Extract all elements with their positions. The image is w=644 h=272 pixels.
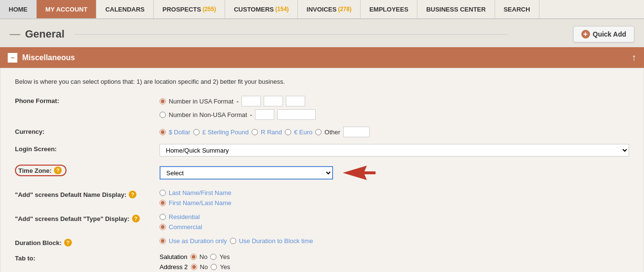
nav-employees[interactable]: EMPLOYEES [361,0,417,18]
nav-my-account[interactable]: MY ACCOUNT [37,0,96,18]
quick-add-button[interactable]: + Quick Add [573,26,635,42]
section-header: − Miscellaneous ↑ [0,47,644,68]
tab-salutation-text: Salutation [160,253,188,260]
currency-euro-radio[interactable] [285,129,291,135]
timezone-label-text: Time Zone: [18,167,52,174]
add-screens-name-row: "Add" screens Default Name Display: ? La… [15,189,629,207]
salutation-no-label: No [200,253,208,260]
timezone-select[interactable]: Select [160,166,333,180]
nav-calendars[interactable]: CALENDARS [96,0,154,18]
section-header-left: − Miscellaneous [8,53,75,63]
currency-dollar-radio[interactable] [160,129,166,135]
duration-block-radio[interactable] [230,238,236,244]
add-screens-type-row: "Add" screens Default "Type" Display: ? … [15,213,629,231]
timezone-value: Select [160,163,629,182]
salutation-yes-label: Yes [219,253,229,260]
name-last-first-row: Last Name/First Name [160,189,629,196]
name-first-last-radio[interactable] [160,200,166,206]
duration-help-icon[interactable]: ? [64,239,72,246]
salutation-yes-radio[interactable] [210,254,216,260]
login-screen-value: Home/Quick Summary [160,144,629,156]
name-last-first-label: Last Name/First Name [169,189,231,196]
phone-nonusa-field1[interactable] [255,109,274,120]
nav-business-center[interactable]: BUSINESS CENTER [417,0,495,18]
address2-yes-radio[interactable] [211,264,217,270]
svg-marker-0 [343,166,376,180]
add-screens-name-label: "Add" screens Default Name Display: ? [15,189,160,198]
section-title: Miscellaneous [22,53,75,62]
duration-only-radio[interactable] [160,238,166,244]
timezone-row: Time Zone: ? Select [15,163,629,182]
duration-value: Use as Duration only Use Duration to Blo… [160,237,629,245]
address2-no-label: No [200,263,208,271]
content-description: Below is where you can select options th… [15,78,629,85]
nav-employees-label: EMPLOYEES [369,6,408,13]
nav-calendars-label: CALENDARS [105,6,145,13]
phone-format-value: Number in USA Format - Number in Non-USA… [160,96,629,120]
login-screen-select[interactable]: Home/Quick Summary [160,144,629,156]
address2-no-radio[interactable] [191,264,197,270]
scroll-up-icon[interactable]: ↑ [631,52,636,63]
nav-search-label: SEARCH [504,6,530,13]
salutation-no-radio[interactable] [190,254,197,260]
nav-search[interactable]: SEARCH [495,0,539,18]
tab-to-value: Salutation No Yes Address 2 No Yes [160,253,629,271]
phone-nonusa-field2[interactable] [277,109,316,120]
phone-usa-field3[interactable] [286,96,305,106]
currency-rand-radio[interactable] [252,129,258,135]
duration-row: Duration Block: ? Use as Duration only U… [15,237,629,246]
duration-label: Duration Block: ? [15,237,160,246]
type-commercial-radio[interactable] [160,224,166,230]
phone-usa-field2[interactable] [264,96,283,106]
name-last-first-radio[interactable] [160,190,166,196]
tab-address2-row: Address 2 No Yes [160,263,629,271]
collapse-icon[interactable]: − [8,53,17,63]
tab-salutation-row: Salutation No Yes [160,253,629,260]
address2-yes-label: Yes [220,263,230,271]
page-title: General [10,28,508,40]
name-first-last-label: First Name/Last Name [169,199,231,207]
currency-label: Currency: [15,127,160,135]
invoices-badge: (278) [338,6,351,13]
currency-sterling-radio[interactable] [193,129,200,135]
currency-dollar-label: $ Dollar [169,129,190,136]
nav-customers[interactable]: CUSTOMERS(154) [225,0,298,18]
prospects-badge: (255) [202,6,216,13]
nav-customers-label: CUSTOMERS [234,6,274,13]
duration-options-row: Use as Duration only Use Duration to Blo… [160,237,629,245]
currency-other-field[interactable] [343,127,370,137]
nav-home[interactable]: HOME [0,0,37,18]
nav-prospects[interactable]: PROSPECTS(255) [154,0,225,18]
type-commercial-row: Commercial [160,223,629,231]
phone-format-row: Phone Format: Number in USA Format - Num… [15,96,629,120]
add-screens-type-value: Residential Commercial [160,213,629,231]
phone-nonusa-dash: - [250,111,252,118]
currency-sterling-label: £ Sterling Pound [202,129,249,136]
phone-nonusa-radio[interactable] [160,112,166,118]
duration-block-label: Use Duration to Block time [239,237,313,245]
phone-usa-row: Number in USA Format - [160,96,629,106]
currency-other-radio[interactable] [315,129,322,135]
phone-usa-field1[interactable] [242,96,261,106]
currency-value: $ Dollar £ Sterling Pound R Rand € Euro … [160,127,629,137]
type-residential-radio[interactable] [160,214,166,220]
login-screen-label: Login Screen: [15,144,160,153]
tab-to-row: Tab to: Salutation No Yes Address 2 No Y… [15,253,629,271]
tab-address2-text: Address 2 [160,263,188,271]
nav-invoices[interactable]: INVOICES(278) [298,0,361,18]
add-screens-type-label: "Add" screens Default "Type" Display: ? [15,213,160,222]
phone-usa-label: Number in USA Format [169,98,233,105]
add-screens-name-help-icon[interactable]: ? [129,191,136,198]
nav-my-account-label: MY ACCOUNT [45,6,87,13]
add-screens-type-help-icon[interactable]: ? [132,215,140,222]
currency-options-row: $ Dollar £ Sterling Pound R Rand € Euro … [160,127,629,137]
timezone-select-row: Select [160,163,629,182]
page-header: General + Quick Add [0,19,644,47]
phone-usa-dash: - [236,98,238,105]
type-commercial-label: Commercial [169,223,202,231]
name-first-last-row: First Name/Last Name [160,199,629,207]
phone-usa-radio[interactable] [160,98,166,104]
tab-to-label: Tab to: [15,253,160,262]
type-residential-row: Residential [160,213,629,220]
timezone-help-icon[interactable]: ? [54,167,62,174]
